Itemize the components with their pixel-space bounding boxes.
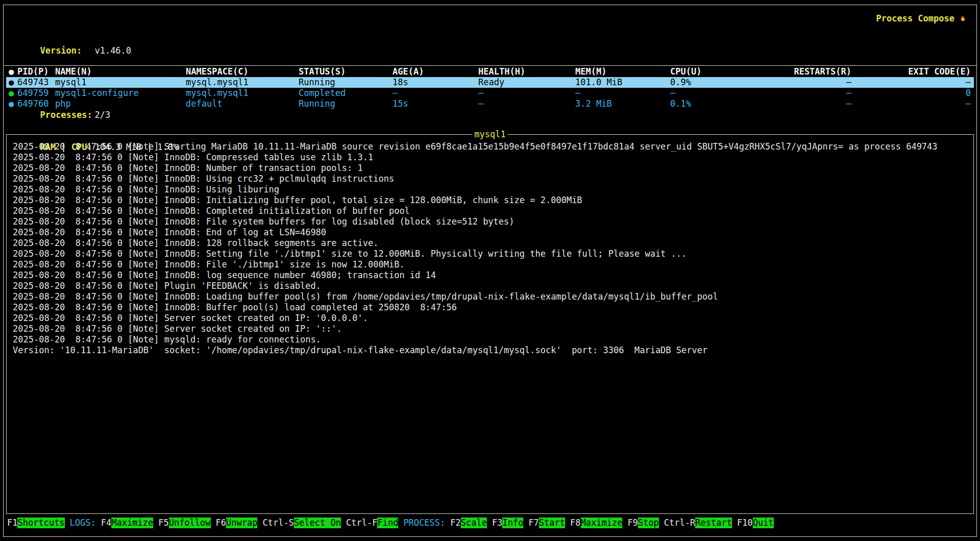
cell-exit-code: – (966, 77, 971, 88)
log-line: 2025-08-20 8:47:56 0 [Note] InnoDB: Sett… (13, 249, 967, 259)
shortcut-key: F5 (158, 518, 168, 528)
column-header-namespace[interactable]: NAMESPACE(C) (186, 66, 249, 77)
version-label: Version: (40, 45, 94, 56)
shortcut-label: Quit (753, 518, 774, 528)
cell-age: – (393, 88, 398, 99)
shortcut-key: Ctrl-R (664, 518, 695, 528)
log-line: 2025-08-20 8:47:56 0 [Note] Server socke… (13, 324, 967, 334)
shortcut-key: F6 (216, 518, 226, 528)
shortcut-label: Stop (638, 518, 659, 528)
column-header-restarts[interactable]: RESTARTS(R) (794, 66, 851, 77)
processes-value: 2/3 (94, 110, 110, 120)
cell-exit-code: 0 (966, 88, 971, 99)
cell-pid: 649759 (17, 88, 48, 99)
status-bullet-icon: ● (9, 99, 14, 109)
column-header-name[interactable]: NAME(N) (55, 66, 92, 77)
shortcut-key: F1 (7, 518, 17, 528)
shortcut-label: Scale (461, 518, 487, 528)
shortcut-unwrap[interactable]: F6Unwrap (216, 518, 258, 528)
shortcut-label: Select On (294, 518, 341, 528)
log-line: 2025-08-20 8:47:56 0 [Note] Server socke… (13, 313, 967, 324)
column-header-mem[interactable]: MEM(M) (575, 66, 606, 77)
shortcut-key: F10 (737, 518, 753, 528)
process-table-header: ● PID(P) NAME(N) NAMESPACE(C) STATUS(S) … (6, 66, 974, 77)
log-line: 2025-08-20 8:47:56 0 [Note] InnoDB: 128 … (13, 238, 967, 249)
cell-namespace: mysql.mysql1 (186, 77, 249, 88)
column-header-health[interactable]: HEALTH(H) (478, 66, 525, 77)
shortcut-scale[interactable]: F2Scale (450, 518, 487, 528)
log-line: 2025-08-20 8:47:56 0 [Note] InnoDB: File… (13, 216, 967, 227)
shortcut-key: F3 (492, 518, 502, 528)
shortcut-label: Unwrap (226, 518, 257, 528)
version-value: v1.46.0 (94, 45, 131, 56)
terminal-screen: Version:v1.46.0 Hostname:t480 Processes:… (0, 0, 980, 541)
shortcut-unfollow[interactable]: F5Unfollow (158, 518, 210, 528)
shortcut-label: Unfollow (169, 518, 211, 528)
log-line: 2025-08-20 8:47:56 0 [Note] Plugin 'FEED… (13, 281, 967, 291)
shortcut-key: F2 (450, 518, 460, 528)
log-line: 2025-08-20 8:47:56 0 [Note] InnoDB: Comp… (13, 152, 967, 163)
cell-namespace: default (186, 99, 223, 109)
shortcut-section-logs: LOGS: (70, 518, 96, 528)
shortcut-bar: F1Shortcuts LOGS: F4Maximize F5Unfollow … (7, 518, 973, 528)
log-line: 2025-08-20 8:47:56 0 [Note] InnoDB: Usin… (13, 174, 967, 184)
column-header-exit-code[interactable]: EXIT CODE(E) (908, 66, 971, 77)
cell-restarts: – (846, 88, 851, 99)
status-bullet-icon: ● (9, 77, 14, 88)
cell-pid: 649743 (17, 77, 48, 88)
cell-cpu: 0.9% (670, 77, 691, 88)
cell-cpu: 0.1% (670, 99, 691, 109)
column-header-status[interactable]: STATUS(S) (299, 66, 346, 77)
log-panel[interactable]: mysql1 2025-08-20 8:47:56 0 [Note] Start… (6, 134, 974, 514)
log-line: 2025-08-20 8:47:56 0 [Note] Starting Mar… (13, 141, 967, 152)
shortcut-key: F7 (528, 518, 538, 528)
shortcut-logs-maximize[interactable]: F4Maximize (101, 518, 153, 528)
shortcut-restart[interactable]: Ctrl-RRestart (664, 518, 732, 528)
shortcut-quit[interactable]: F10Quit (737, 518, 774, 528)
shortcut-label: Find (377, 518, 398, 528)
table-row-php[interactable]: ● 649760 php default Running 15s – 3.2 M… (6, 99, 974, 109)
shortcut-info[interactable]: F3Info (492, 518, 523, 528)
table-row-mysql1[interactable]: ● 649743 mysql1 mysql.mysql1 Running 18s… (6, 77, 974, 88)
log-line: 2025-08-20 8:47:56 0 [Note] InnoDB: Load… (13, 291, 967, 302)
cell-restarts: – (846, 99, 851, 109)
shortcut-shortcuts[interactable]: F1Shortcuts (7, 518, 65, 528)
column-header-age[interactable]: AGE(A) (393, 66, 424, 77)
cell-restarts: – (846, 77, 851, 88)
column-header-cpu[interactable]: CPU(U) (670, 66, 701, 77)
shortcut-start[interactable]: F7Start (528, 518, 565, 528)
cell-health: – (478, 88, 483, 99)
log-line: 2025-08-20 8:47:56 0 [Note] InnoDB: Init… (13, 195, 967, 206)
log-line: 2025-08-20 8:47:56 0 [Note] mysqld: read… (13, 334, 967, 345)
shortcut-key: Ctrl-F (346, 518, 377, 528)
shortcut-select-on[interactable]: Ctrl-SSelect On (262, 518, 341, 528)
shortcut-stop[interactable]: F9Stop (627, 518, 658, 528)
cell-namespace: mysql.mysql1 (186, 88, 249, 99)
cell-pid: 649760 (17, 99, 48, 109)
log-line: 2025-08-20 8:47:56 0 [Note] InnoDB: Buff… (13, 302, 967, 313)
app-title: Process Compose (876, 13, 968, 24)
cell-name: mysql1-configure (55, 88, 139, 99)
column-header-pid[interactable]: PID(P) (17, 66, 48, 77)
shortcut-label: Restart (695, 518, 732, 528)
cell-age: 15s (393, 99, 408, 109)
cell-name: php (55, 99, 71, 109)
shortcut-section-process: PROCESS: (403, 518, 445, 528)
table-row-mysql1-configure[interactable]: ● 649759 mysql1-configure mysql.mysql1 C… (6, 88, 974, 99)
cell-mem: 3.2 MiB (575, 99, 612, 109)
log-line: 2025-08-20 8:47:56 0 [Note] InnoDB: log … (13, 270, 967, 281)
cell-age: 18s (393, 77, 408, 88)
status-bullet-icon: ● (9, 88, 14, 99)
shortcut-label: Shortcuts (17, 518, 64, 528)
cell-cpu: – (670, 88, 675, 99)
log-line: 2025-08-20 8:47:56 0 [Note] InnoDB: Comp… (13, 206, 967, 216)
shortcut-find[interactable]: Ctrl-FFind (346, 518, 398, 528)
cell-mem: 101.0 MiB (575, 77, 622, 88)
shortcut-label: Maximize (581, 518, 623, 528)
shortcut-process-maximize[interactable]: F8Maximize (570, 518, 622, 528)
log-line: Version: '10.11.11-MariaDB' socket: '/ho… (13, 345, 967, 356)
cell-status: Completed (299, 88, 346, 99)
shortcut-key: Ctrl-S (262, 518, 293, 528)
cell-status: Running (299, 99, 335, 109)
column-header-bullet-icon: ● (9, 66, 14, 77)
